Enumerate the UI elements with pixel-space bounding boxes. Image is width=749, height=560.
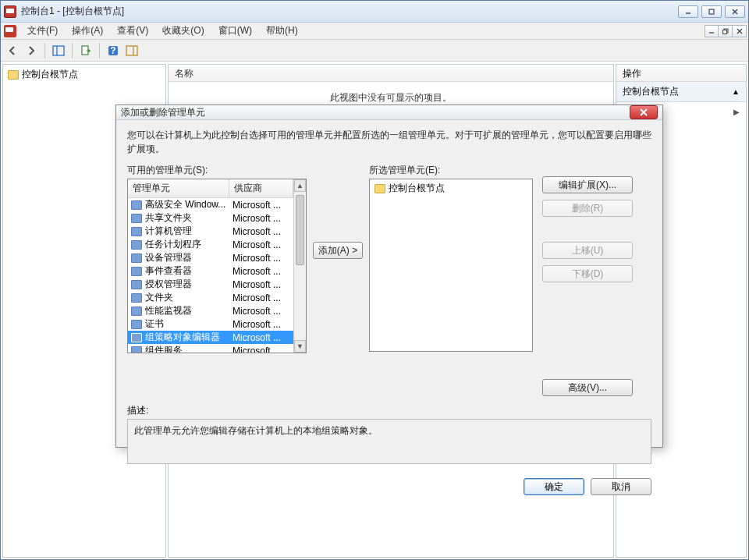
snapin-name: 证书 (145, 317, 233, 331)
folder-icon (374, 184, 385, 193)
mdi-app-icon[interactable] (4, 25, 16, 37)
edit-extensions-button[interactable]: 编辑扩展(X)... (542, 176, 633, 193)
mdi-restore-button[interactable] (719, 25, 733, 37)
move-up-button[interactable]: 上移(U) (542, 242, 633, 259)
available-list-scrollbar[interactable]: ▲ ▼ (293, 179, 306, 353)
scroll-thumb[interactable] (296, 195, 304, 265)
actions-section[interactable]: 控制台根节点 ▲ (616, 82, 746, 102)
available-snapin-row[interactable]: 性能监视器Microsoft ... (128, 304, 293, 317)
mdi-minimize-button[interactable] (705, 25, 719, 37)
menu-file[interactable]: 文件(F) (21, 22, 64, 40)
show-hide-action-pane-button[interactable] (123, 42, 140, 59)
snapin-vendor: Microsoft ... (233, 279, 290, 290)
available-snapin-row[interactable]: 事件查看器Microsoft ... (128, 264, 293, 278)
snapin-vendor: Microsoft ... (233, 306, 290, 317)
snapin-icon (131, 267, 142, 276)
snapin-vendor: Microsoft ... (233, 226, 290, 237)
snapin-name: 文件夹 (145, 291, 233, 304)
dialog-close-button[interactable] (630, 105, 658, 119)
tree-root-label: 控制台根节点 (22, 68, 78, 81)
results-column-name[interactable]: 名称 (169, 65, 613, 82)
nav-back-button[interactable] (4, 42, 21, 59)
minimize-button[interactable] (678, 5, 698, 18)
svg-text:?: ? (110, 45, 115, 56)
actions-pane-header: 操作 (616, 65, 746, 82)
advanced-button[interactable]: 高级(V)... (542, 379, 633, 396)
snapin-vendor: Microsoft ... (233, 200, 290, 211)
menu-favorites[interactable]: 收藏夹(O) (156, 22, 210, 40)
svg-rect-1 (709, 9, 714, 14)
available-snapin-row[interactable]: 证书Microsoft ... (128, 317, 293, 331)
add-remove-snapin-dialog: 添加或删除管理单元 您可以在计算机上为此控制台选择可用的管理单元并配置所选的一组… (115, 105, 663, 448)
cancel-button[interactable]: 取消 (591, 478, 651, 495)
available-snapin-row[interactable]: 共享文件夹Microsoft ... (128, 211, 293, 225)
available-snapin-row[interactable]: 文件夹Microsoft ... (128, 291, 293, 304)
snapin-name: 任务计划程序 (145, 238, 233, 251)
toolbar-separator (44, 43, 45, 58)
svg-rect-9 (53, 46, 64, 55)
close-button[interactable] (725, 5, 745, 18)
selected-snapins-label: 所选管理单元(E): (369, 164, 533, 177)
dialog-footer: 确定 取消 (116, 472, 662, 505)
description-box: 此管理单元允许您编辑存储在计算机上的本地组策略对象。 (127, 419, 651, 464)
add-button[interactable]: 添加(A) > (313, 242, 363, 259)
snapin-icon (131, 200, 142, 210)
titlebar[interactable]: 控制台1 - [控制台根节点] (1, 1, 748, 23)
toolbar-separator (72, 43, 73, 58)
tree-root-node[interactable]: 控制台根节点 (3, 65, 165, 84)
snapin-icon (131, 280, 142, 289)
selected-snapins-listbox[interactable]: 控制台根节点 (369, 179, 533, 352)
available-snapin-row[interactable]: 授权管理器Microsoft ... (128, 278, 293, 291)
snapin-icon (131, 293, 142, 303)
snapin-icon (131, 240, 142, 250)
show-hide-tree-button[interactable] (50, 42, 67, 59)
menu-view[interactable]: 查看(V) (111, 22, 154, 40)
snapin-icon (131, 227, 142, 236)
available-snapin-row[interactable]: 任务计划程序Microsoft ... (128, 238, 293, 251)
help-button[interactable]: ? (105, 42, 122, 59)
snapin-vendor: Microsoft ... (233, 266, 290, 277)
maximize-button[interactable] (701, 5, 722, 18)
menu-action[interactable]: 操作(A) (66, 22, 109, 40)
scroll-down-button[interactable]: ▼ (294, 340, 306, 353)
ok-button[interactable]: 确定 (524, 478, 584, 495)
snapin-name: 事件查看器 (145, 264, 233, 278)
snapin-name: 设备管理器 (145, 251, 233, 264)
dialog-titlebar[interactable]: 添加或删除管理单元 (116, 105, 662, 120)
add-button-column: 添加(A) > (307, 164, 369, 259)
export-list-button[interactable] (77, 42, 94, 59)
available-list-header[interactable]: 管理单元 供应商 (128, 179, 293, 198)
chevron-right-icon: ▶ (733, 108, 740, 116)
snapin-icon (131, 253, 142, 263)
folder-icon (8, 70, 19, 80)
snapin-vendor: Microsoft ... (233, 292, 290, 303)
snapin-icon (131, 333, 142, 342)
menu-help[interactable]: 帮助(H) (260, 22, 304, 40)
available-snapin-row[interactable]: 计算机管理Microsoft ... (128, 225, 293, 238)
menubar-row: 文件(F) 操作(A) 查看(V) 收藏夹(O) 窗口(W) 帮助(H) (1, 23, 748, 40)
menu-window[interactable]: 窗口(W) (212, 22, 258, 40)
available-snapin-row[interactable]: 组策略对象编辑器Microsoft ... (128, 331, 293, 344)
available-snapin-row[interactable]: 高级安全 Window...Microsoft ... (128, 198, 293, 211)
snapin-name: 共享文件夹 (145, 211, 233, 225)
toolbar: ? (1, 40, 748, 62)
selected-root-node[interactable]: 控制台根节点 (370, 179, 532, 197)
col-vendor[interactable]: 供应商 (229, 179, 293, 197)
mdi-close-button[interactable] (733, 25, 747, 37)
available-snapin-row[interactable]: 组件服务Microsoft ... (128, 344, 293, 353)
move-down-button[interactable]: 下移(D) (542, 265, 633, 282)
available-snapin-row[interactable]: 设备管理器Microsoft ... (128, 251, 293, 264)
snapin-name: 授权管理器 (145, 278, 233, 291)
col-snapin[interactable]: 管理单元 (128, 179, 229, 197)
snapin-icon (131, 320, 142, 329)
description-label: 描述: (127, 404, 651, 417)
window-controls (678, 5, 745, 18)
nav-forward-button[interactable] (23, 42, 40, 59)
snapin-icon (131, 214, 142, 223)
svg-rect-6 (722, 30, 726, 34)
available-snapins-listbox[interactable]: 管理单元 供应商 高级安全 Window...Microsoft ...共享文件… (127, 179, 307, 353)
dialog-lists-row: 可用的管理单元(S): 管理单元 供应商 高级安全 Window...Micro… (127, 164, 651, 396)
scroll-up-button[interactable]: ▲ (294, 179, 306, 192)
remove-button[interactable]: 删除(R) (542, 200, 633, 217)
description-group: 描述: 此管理单元允许您编辑存储在计算机上的本地组策略对象。 (127, 404, 651, 464)
